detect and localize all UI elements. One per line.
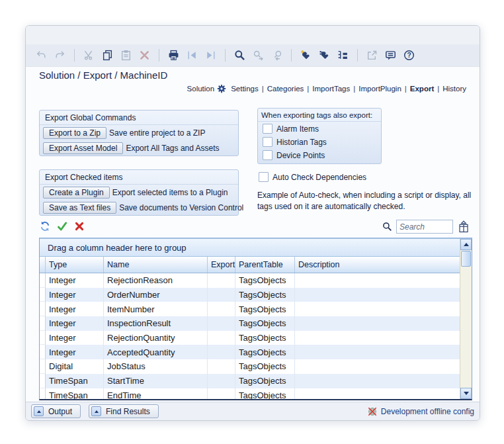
column-header-description[interactable]: Description: [295, 257, 460, 273]
column-header-type[interactable]: Type: [46, 257, 104, 273]
command-description: Save entire project to a ZIP: [109, 128, 205, 138]
tab-item: ImportPlugin: [358, 85, 410, 93]
cell-name: AcceptedQuantity: [104, 345, 208, 359]
command-button[interactable]: Export to a Zip: [43, 127, 106, 139]
cell-name: JobStatus: [104, 359, 208, 374]
tab-item: Export: [410, 85, 442, 93]
grid-action-row: [39, 220, 85, 232]
copy-icon[interactable]: [100, 48, 115, 63]
cell-parenttable: TagsObjects: [235, 331, 295, 345]
column-header-parenttable[interactable]: ParentTable: [235, 257, 295, 273]
cell-type: TimeSpan: [46, 374, 104, 388]
toolbar-separator: [357, 49, 358, 62]
auto-check-checkbox[interactable]: [259, 172, 269, 182]
column-chooser-icon[interactable]: [457, 220, 470, 233]
command-button[interactable]: Save as Text files: [43, 202, 116, 214]
cell-export[interactable]: [208, 388, 235, 400]
search-forward-icon: [251, 48, 266, 63]
cell-export[interactable]: [208, 302, 235, 316]
cut-icon: [81, 48, 97, 63]
cell-export[interactable]: [208, 331, 235, 345]
cell-export[interactable]: [208, 273, 235, 288]
cell-name: RejectionReason: [104, 273, 208, 288]
checkbox[interactable]: [263, 150, 273, 160]
panel-label: Output: [48, 407, 72, 416]
search-input[interactable]: [396, 220, 453, 234]
vertical-scrollbar[interactable]: [460, 239, 472, 399]
command-button[interactable]: Create a Plugin: [43, 187, 110, 199]
tag-add-icon[interactable]: [298, 48, 314, 63]
tab[interactable]: Categories: [267, 85, 304, 93]
apply-icon[interactable]: [56, 220, 68, 232]
command-row: Export Asset Model Export All Tags and A…: [40, 140, 238, 155]
checkbox[interactable]: [263, 137, 273, 147]
status-label: Development offline config: [381, 407, 474, 416]
scroll-down-button[interactable]: [460, 388, 472, 399]
tab[interactable]: Export: [410, 85, 434, 93]
tag-tree-icon[interactable]: [335, 48, 351, 63]
goto-previous-icon: [185, 48, 200, 63]
command-row: Create a Plugin Export selected items to…: [40, 185, 238, 200]
comment-icon[interactable]: [383, 48, 398, 63]
cell-description: [295, 345, 460, 359]
cell-export[interactable]: [208, 345, 235, 359]
tab[interactable]: ImportPlugin: [358, 85, 401, 93]
search-backward-icon: [269, 48, 284, 63]
cell-export[interactable]: [208, 359, 235, 374]
table-row[interactable]: Integer InspectionResult TagsObjects: [40, 316, 460, 331]
gear-icon[interactable]: [217, 84, 226, 93]
table-row[interactable]: TimeSpan StartTime TagsObjects: [40, 374, 460, 388]
cell-description: [295, 388, 460, 400]
cell-export[interactable]: [208, 288, 235, 302]
cell-parenttable: TagsObjects: [235, 374, 295, 388]
grid-body: Integer RejectionReason TagsObjects Inte…: [40, 273, 460, 399]
scroll-up-button[interactable]: [460, 239, 472, 250]
group-export-checked-items: Export Checked items Create a Plugin Exp…: [39, 169, 239, 216]
command-row: Save as Text files Save documents to Ver…: [40, 200, 238, 215]
checkbox-label: Device Points: [276, 151, 325, 160]
table-row[interactable]: Integer RejectionReason TagsObjects: [40, 273, 460, 288]
checkbox[interactable]: [263, 124, 273, 134]
table-row[interactable]: Integer AcceptedQuantity TagsObjects: [40, 345, 460, 359]
help-icon[interactable]: ?: [401, 48, 417, 63]
grid-main: Drag a column header here to group Type …: [40, 239, 460, 399]
row-indicator: [40, 374, 46, 388]
column-header-name[interactable]: Name: [104, 257, 208, 273]
panel-label: Find Results: [106, 407, 150, 416]
table-row[interactable]: Integer RejectionQuantity TagsObjects: [40, 331, 460, 345]
table-row[interactable]: Digital JobStatus TagsObjects: [40, 359, 460, 374]
group-title: When exporting tags also export:: [258, 109, 381, 122]
column-header-export[interactable]: Export: [208, 257, 235, 273]
refresh-icon[interactable]: [39, 220, 51, 232]
cell-name: StartTime: [104, 374, 208, 388]
tab-item: ImportTags: [312, 85, 358, 93]
scrollbar-thumb[interactable]: [461, 251, 471, 267]
group-title: Export Checked items: [40, 170, 238, 185]
command-description: Export All Tags and Assets: [126, 144, 219, 153]
table-row[interactable]: Integer ItemNumber TagsObjects: [40, 302, 460, 316]
solution-label[interactable]: Solution: [187, 85, 215, 93]
cancel-icon[interactable]: [73, 220, 85, 232]
grid-search-row: [382, 220, 470, 234]
scroll-down-icon: [464, 392, 469, 395]
cell-description: [295, 331, 460, 345]
cell-export[interactable]: [208, 374, 235, 388]
tab[interactable]: History: [442, 85, 466, 93]
tab[interactable]: ImportTags: [312, 85, 350, 93]
cell-export[interactable]: [208, 316, 235, 331]
tag-properties-icon[interactable]: [317, 48, 332, 63]
group-export-options: When exporting tags also export: Alarm I…: [257, 108, 382, 164]
command-button[interactable]: Export Asset Model: [43, 142, 123, 154]
tab-bar: Solution Settings Categories ImportTags …: [187, 84, 466, 93]
search-icon[interactable]: [232, 48, 247, 63]
auto-check-label: Auto Check Dependencies: [273, 173, 366, 182]
panel-toggle-button[interactable]: Find Results: [89, 404, 159, 418]
print-icon[interactable]: [166, 48, 181, 63]
tab[interactable]: Settings: [231, 85, 259, 93]
table-row[interactable]: TimeSpan EndTime TagsObjects: [40, 388, 460, 400]
panel-toggle-button[interactable]: Output: [31, 404, 81, 418]
group-by-band[interactable]: Drag a column header here to group: [40, 239, 460, 257]
table-row[interactable]: Integer OrderNumber TagsObjects: [40, 288, 460, 302]
cell-parenttable: TagsObjects: [235, 273, 295, 288]
collapse-up-icon: [91, 406, 101, 416]
